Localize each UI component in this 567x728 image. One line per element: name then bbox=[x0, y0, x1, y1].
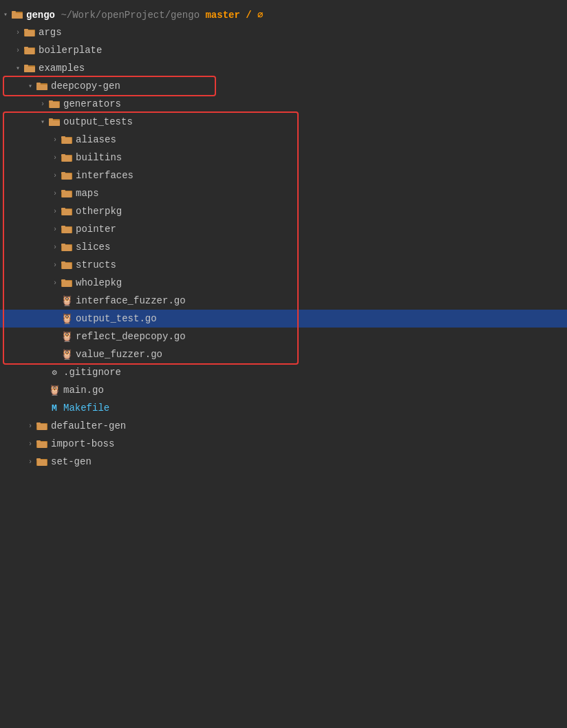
tree-item-gengo[interactable]: gengo ~/Work/openProject/gengo master / … bbox=[0, 6, 567, 23]
folder-icon bbox=[36, 456, 48, 467]
chevron-icon bbox=[25, 456, 36, 467]
svg-rect-24 bbox=[49, 120, 60, 126]
item-label-interfaces: interfaces bbox=[76, 170, 133, 181]
go-file-icon: 🦉 bbox=[61, 312, 73, 325]
svg-rect-45 bbox=[62, 245, 72, 251]
tree-item-args[interactable]: args bbox=[0, 23, 567, 41]
item-label-args: args bbox=[39, 27, 62, 38]
svg-rect-36 bbox=[62, 191, 72, 197]
item-label-reflect_dc: reflect_deepcopy.go bbox=[76, 331, 186, 342]
item-label-pointer: pointer bbox=[76, 224, 116, 235]
tree-item-examples[interactable]: examples bbox=[0, 59, 567, 77]
chevron-icon bbox=[25, 81, 36, 92]
git-file-icon: ⚙ bbox=[48, 366, 61, 378]
svg-rect-57 bbox=[37, 442, 47, 448]
svg-rect-16 bbox=[36, 83, 41, 85]
item-label-deepcopy-gen: deepcopy-gen bbox=[51, 81, 120, 92]
svg-rect-30 bbox=[62, 156, 72, 162]
tree-item-if_fuzzer[interactable]: 🦉interface_fuzzer.go bbox=[0, 292, 567, 310]
tree-item-maps[interactable]: maps bbox=[0, 184, 567, 202]
makefile-label: Makefile bbox=[63, 403, 109, 414]
folder-icon bbox=[61, 188, 73, 199]
file-tree: gengo ~/Work/openProject/gengo master / … bbox=[0, 0, 567, 476]
folder-icon bbox=[36, 438, 48, 449]
folder-icon bbox=[23, 45, 36, 56]
item-label-if_fuzzer: interface_fuzzer.go bbox=[76, 295, 186, 306]
chevron-icon bbox=[50, 170, 61, 181]
chevron-icon bbox=[50, 224, 61, 235]
tree-item-set-gen[interactable]: set-gen bbox=[0, 453, 567, 471]
folder-icon bbox=[61, 134, 73, 145]
tree-item-aliases[interactable]: aliases bbox=[0, 131, 567, 149]
item-label-main_go: main.go bbox=[63, 385, 104, 396]
folder-icon bbox=[61, 242, 73, 253]
item-label-maps: maps bbox=[76, 188, 99, 199]
folder-icon bbox=[61, 152, 73, 163]
chevron-icon bbox=[12, 45, 23, 56]
tree-item-makefile[interactable]: MMakefile bbox=[0, 399, 567, 417]
tree-item-boilerplate[interactable]: boilerplate bbox=[0, 41, 567, 59]
tree-item-builtins[interactable]: builtins bbox=[0, 149, 567, 167]
item-label-set-gen: set-gen bbox=[51, 456, 92, 467]
chevron-icon bbox=[12, 63, 23, 74]
chevron-icon bbox=[50, 206, 61, 217]
svg-rect-13 bbox=[24, 67, 35, 72]
tree-item-import-boss[interactable]: import-boss bbox=[0, 435, 567, 453]
tree-item-deepcopy-gen[interactable]: deepcopy-gen bbox=[0, 77, 567, 95]
root-label: gengo ~/Work/openProject/gengo master / … bbox=[26, 9, 264, 21]
tree-item-output_test[interactable]: 🦉output_test.go bbox=[0, 310, 567, 328]
item-label-otherpkg: otherpkg bbox=[76, 206, 122, 217]
go-file-icon: 🦉 bbox=[61, 348, 73, 361]
chevron-icon bbox=[0, 9, 11, 20]
tree-item-generators[interactable]: generators bbox=[0, 95, 567, 113]
svg-rect-23 bbox=[49, 118, 53, 120]
tree-item-slices[interactable]: slices bbox=[0, 238, 567, 256]
folder-icon bbox=[23, 63, 36, 74]
tree-item-output_tests[interactable]: output_tests bbox=[0, 113, 567, 131]
svg-rect-51 bbox=[62, 281, 72, 287]
folder-icon bbox=[61, 259, 73, 270]
item-label-output_tests: output_tests bbox=[63, 116, 133, 127]
item-label-slices: slices bbox=[76, 242, 110, 253]
folder-icon bbox=[48, 98, 61, 109]
tree-item-defaulter-gen[interactable]: defaulter-gen bbox=[0, 417, 567, 435]
folder-icon bbox=[36, 81, 48, 92]
folder-icon bbox=[61, 206, 73, 217]
go-file-icon: 🦉 bbox=[48, 384, 61, 396]
tree-item-structs[interactable]: structs bbox=[0, 256, 567, 274]
item-label-gitignore: .gitignore bbox=[63, 367, 121, 378]
svg-rect-60 bbox=[37, 460, 47, 466]
chevron-icon bbox=[37, 116, 48, 127]
go-file-icon: 🦉 bbox=[61, 295, 73, 307]
svg-rect-9 bbox=[25, 48, 34, 54]
tree-item-interfaces[interactable]: interfaces bbox=[0, 167, 567, 184]
tree-item-reflect_dc[interactable]: 🦉reflect_deepcopy.go bbox=[0, 328, 567, 345]
folder-icon bbox=[48, 116, 61, 127]
tree-item-pointer[interactable]: pointer bbox=[0, 220, 567, 238]
svg-rect-33 bbox=[62, 173, 72, 180]
svg-rect-48 bbox=[62, 263, 72, 269]
item-label-builtins: builtins bbox=[76, 152, 122, 163]
chevron-icon bbox=[50, 152, 61, 163]
tree-item-otherpkg[interactable]: otherpkg bbox=[0, 202, 567, 220]
item-label-boilerplate: boilerplate bbox=[39, 45, 102, 56]
folder-icon bbox=[61, 224, 73, 235]
tree-item-main_go[interactable]: 🦉main.go bbox=[0, 381, 567, 399]
svg-rect-2 bbox=[12, 11, 16, 13]
tree-item-wholepkg[interactable]: wholepkg bbox=[0, 274, 567, 292]
folder-icon bbox=[23, 27, 36, 38]
item-label-val_fuzzer: value_fuzzer.go bbox=[76, 349, 162, 360]
svg-rect-12 bbox=[24, 65, 28, 67]
chevron-icon bbox=[50, 277, 61, 288]
chevron-icon bbox=[50, 188, 61, 199]
tree-item-val_fuzzer[interactable]: 🦉value_fuzzer.go bbox=[0, 345, 567, 363]
chevron-icon bbox=[50, 259, 61, 270]
item-label-output_test: output_test.go bbox=[76, 313, 157, 324]
svg-rect-20 bbox=[50, 102, 59, 108]
folder-icon bbox=[36, 420, 48, 431]
go-file-icon: 🦉 bbox=[61, 330, 73, 343]
folder-icon bbox=[61, 170, 73, 181]
svg-rect-42 bbox=[62, 227, 72, 233]
svg-rect-27 bbox=[62, 138, 72, 144]
tree-item-gitignore[interactable]: ⚙.gitignore bbox=[0, 363, 567, 381]
